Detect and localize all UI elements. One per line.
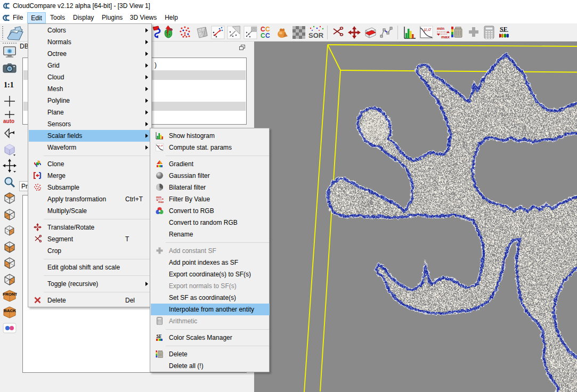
- svg-text:μ,σ: μ,σ: [158, 144, 163, 147]
- svg-text:μ,σ: μ,σ: [424, 27, 431, 32]
- svg-text:max: max: [158, 200, 164, 203]
- svg-text:C: C: [265, 32, 270, 39]
- svg-text:BACK: BACK: [4, 308, 16, 313]
- svg-text:SF: SF: [500, 26, 507, 33]
- svg-text:min: min: [156, 195, 161, 199]
- svg-text:max: max: [441, 35, 450, 39]
- svg-text:auto: auto: [3, 118, 14, 124]
- svg-text:SOR: SOR: [308, 31, 324, 39]
- svg-text:min: min: [437, 26, 444, 31]
- svg-text:C: C: [261, 32, 265, 39]
- svg-text:1:1: 1:1: [4, 81, 14, 89]
- svg-text:FRONT: FRONT: [3, 292, 17, 297]
